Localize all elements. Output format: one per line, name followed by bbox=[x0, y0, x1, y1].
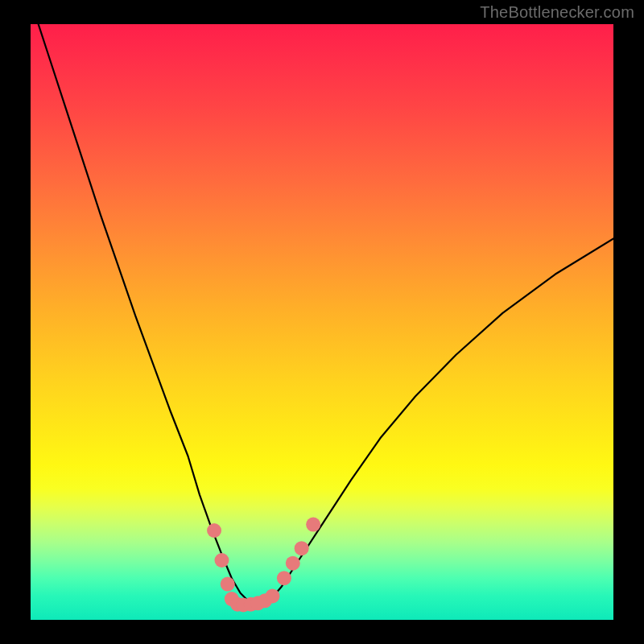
marker-dot bbox=[295, 541, 309, 555]
plot-area bbox=[31, 24, 613, 620]
marker-dot bbox=[265, 588, 279, 603]
sample-point-markers bbox=[31, 24, 613, 620]
marker-dot bbox=[286, 556, 300, 571]
watermark-text: TheBottlenecker.com bbox=[480, 3, 634, 22]
marker-dot bbox=[221, 577, 235, 592]
chart-frame: TheBottlenecker.com bbox=[0, 0, 644, 644]
marker-dot bbox=[207, 523, 221, 538]
marker-dot bbox=[214, 553, 229, 568]
marker-dot bbox=[306, 518, 320, 532]
marker-dot bbox=[277, 571, 291, 585]
